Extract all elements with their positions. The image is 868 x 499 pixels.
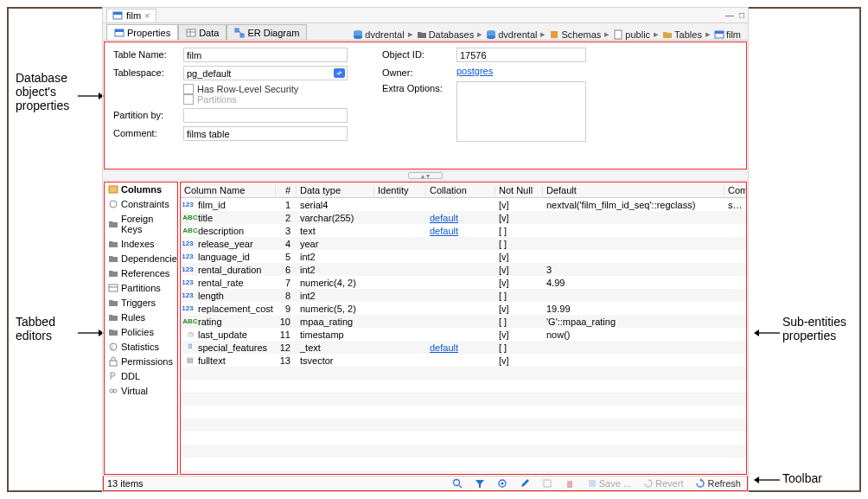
editor-tab-virtual[interactable]: Virtual (105, 384, 177, 399)
save-button[interactable]: Save ... (584, 478, 634, 489)
maximize-icon[interactable]: □ (739, 10, 744, 20)
owner-link[interactable]: postgres (456, 66, 493, 76)
editor-tab-label: Virtual (121, 386, 148, 396)
revert-button[interactable]: Revert (641, 478, 686, 489)
grid-toolbar: 13 items Save ... Revert Refresh (103, 476, 748, 491)
breadcrumb-connection[interactable]: dvdrental (353, 29, 404, 40)
column-default: nextval('film_film_id_seq'::regclass) (543, 200, 724, 210)
editor-tab-references[interactable]: References (105, 266, 177, 281)
table-row[interactable]: ABCtitle2varchar(255)default[v] (181, 211, 746, 224)
table-row[interactable]: ABCdescription3textdefault[ ] (181, 224, 746, 237)
table-row[interactable]: 123length8int2[ ] (181, 289, 746, 302)
splitter[interactable]: ▴ ▾ (103, 170, 748, 181)
column-name: rental_duration (198, 265, 261, 275)
object-id-input[interactable] (456, 48, 586, 62)
table-row[interactable]: 123rental_duration6int2[v]3 (181, 263, 746, 276)
table-name-input[interactable] (183, 48, 348, 62)
col-header-num[interactable]: # (276, 185, 297, 195)
comment-input[interactable] (183, 126, 348, 141)
svg-point-37 (453, 480, 459, 486)
breadcrumb-table[interactable]: film (714, 29, 741, 40)
breadcrumb-tables[interactable]: Tables (662, 29, 702, 40)
editor-tab-statistics[interactable]: iStatistics (105, 340, 177, 355)
settings-button[interactable] (495, 478, 510, 489)
search-button[interactable] (450, 478, 465, 489)
table-row[interactable]: 123replacement_cost9numeric(5, 2)[v]19.9… (181, 302, 746, 315)
filter-icon (475, 478, 485, 489)
tab-data[interactable]: Data (178, 24, 227, 40)
refresh-button[interactable]: Refresh (692, 478, 744, 489)
tablespace-select[interactable]: pg_default (183, 66, 348, 80)
delete-button[interactable] (562, 478, 578, 489)
close-icon[interactable]: × (144, 10, 150, 21)
tabbed-editors: ColumnsConstraintsForeign KeysIndexesDep… (104, 182, 178, 475)
label-partition-by: Partition by: (113, 108, 178, 123)
collation-link[interactable]: default (430, 213, 458, 223)
editor-tab-label: Foreign Keys (121, 214, 174, 234)
column-ordinal: 12 (276, 342, 297, 353)
breadcrumb-databases[interactable]: Databases (417, 29, 475, 40)
table-row[interactable]: 123release_year4year[ ] (181, 237, 746, 250)
table-row[interactable]: ABCrating10mpaa_rating[ ]'G'::mpaa_ratin… (181, 315, 746, 328)
col-header-comment[interactable]: Comment (724, 185, 746, 195)
col-header-collation[interactable]: Collation (426, 185, 495, 195)
table-row[interactable]: ▤fulltext13tsvector[v] (181, 354, 746, 367)
edit-button[interactable] (517, 478, 533, 489)
filter-button[interactable] (472, 478, 488, 489)
table-row-empty (181, 367, 746, 380)
editor-tab-label: Partitions (121, 283, 161, 293)
editor-tab-dependencies[interactable]: Dependencies (105, 252, 177, 266)
collation-link[interactable]: default (430, 342, 458, 353)
editor-tab-policies[interactable]: Policies (105, 325, 177, 340)
editor-tab-icon (108, 386, 118, 396)
table-row[interactable]: 123film_id1serial4[v]nextval('film_film_… (181, 198, 746, 211)
table-row[interactable]: ⠿special_features12_textdefault[ ] (181, 341, 746, 354)
column-name: replacement_cost (198, 304, 273, 314)
editor-tab-permissions[interactable]: Permissions (105, 355, 177, 369)
editor-tab-constraints[interactable]: Constraints (105, 197, 177, 212)
column-name: fulltext (198, 355, 226, 366)
breadcrumb-schemas[interactable]: Schemas (549, 29, 601, 40)
column-datatype: year (297, 239, 374, 249)
column-name: release_year (198, 239, 253, 249)
svg-rect-11 (115, 29, 124, 32)
editor-tab-foreign-keys[interactable]: Foreign Keys (105, 212, 177, 237)
partition-by-input[interactable] (183, 108, 348, 123)
row-security-checkbox[interactable]: Has Row-Level Security (183, 84, 348, 94)
editor-tab-ddl[interactable]: DDL (105, 369, 177, 384)
editor-tab-label: Triggers (121, 297, 156, 308)
column-notnull: [ ] (495, 226, 543, 236)
tab-er-diagram[interactable]: ER Diagram (227, 24, 307, 40)
editor-tab-rules[interactable]: Rules (105, 310, 177, 325)
col-header-name[interactable]: Column Name (181, 185, 276, 195)
tab-properties[interactable]: Properties (106, 24, 178, 40)
editor-tab-partitions[interactable]: Partitions (105, 281, 177, 296)
column-ordinal: 11 (276, 329, 297, 340)
extra-options-input[interactable] (456, 81, 586, 142)
svg-rect-42 (589, 480, 596, 487)
column-ordinal: 9 (276, 304, 297, 314)
table-row[interactable]: ◷last_update11timestamp[v]now() (181, 328, 746, 341)
add-button[interactable] (539, 478, 555, 489)
collation-link[interactable]: default (430, 226, 458, 236)
col-header-default[interactable]: Default (543, 185, 724, 195)
datatype-icon: 123 (184, 240, 196, 248)
editor-tab-film[interactable]: film × (106, 9, 156, 22)
editor-tab-label: Dependencies (121, 253, 178, 264)
editor-tab-indexes[interactable]: Indexes (105, 237, 177, 252)
breadcrumb-schema[interactable]: public (613, 29, 650, 40)
breadcrumb-database[interactable]: dvdrental (486, 29, 537, 40)
col-header-identity[interactable]: Identity (374, 185, 426, 195)
folder-icon (662, 29, 673, 40)
table-row[interactable]: 123rental_rate7numeric(4, 2)[v]4.99 (181, 276, 746, 289)
col-header-dtype[interactable]: Data type (297, 185, 374, 195)
col-header-notnull[interactable]: Not Null (495, 185, 543, 195)
editor-tab-triggers[interactable]: Triggers (105, 296, 177, 310)
column-ordinal: 8 (276, 291, 297, 301)
column-notnull: [v] (495, 355, 543, 366)
titlebar: film × — □ (103, 8, 748, 23)
minimize-icon[interactable]: — (725, 10, 734, 20)
editor-tab-columns[interactable]: Columns (105, 182, 177, 197)
column-name: language_id (198, 252, 250, 262)
table-row[interactable]: 123language_id5int2[v] (181, 250, 746, 263)
